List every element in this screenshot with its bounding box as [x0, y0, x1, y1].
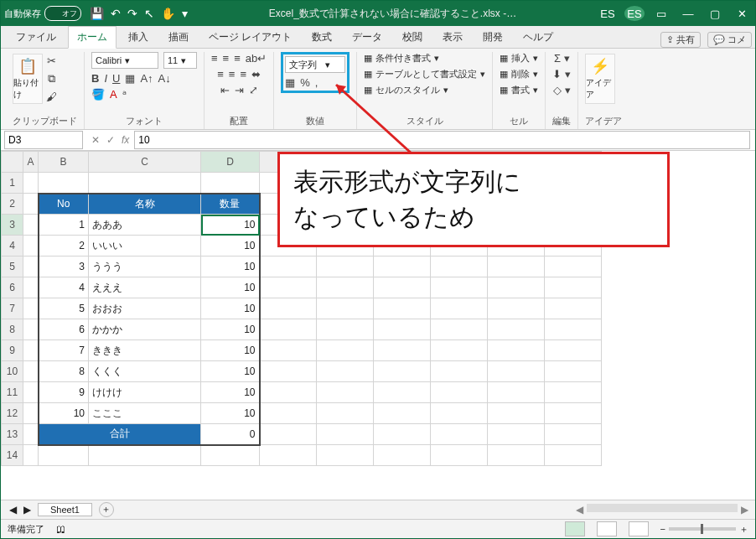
- cursor-icon[interactable]: ↖: [144, 7, 154, 20]
- align-top-icon[interactable]: ≡: [211, 52, 218, 65]
- cell-B9[interactable]: 7: [39, 340, 89, 361]
- view-pagebreak-icon[interactable]: [629, 521, 649, 536]
- cell-C10[interactable]: くくく: [89, 361, 201, 382]
- cell-D3[interactable]: 10: [201, 215, 260, 236]
- share-button[interactable]: ⇪ 共有: [660, 32, 701, 48]
- col-A[interactable]: A: [23, 152, 39, 173]
- align-middle-icon[interactable]: ≡: [223, 52, 230, 65]
- save-icon[interactable]: 💾: [90, 7, 104, 20]
- number-format-combo[interactable]: 文字列 ▾: [285, 56, 345, 73]
- font-color-button[interactable]: A: [110, 88, 117, 101]
- cell-B8[interactable]: 6: [39, 319, 89, 340]
- cell-D12[interactable]: 10: [201, 403, 260, 424]
- row-2[interactable]: 2: [2, 194, 23, 215]
- zoom-slider[interactable]: − ＋: [660, 523, 748, 536]
- bold-button[interactable]: B: [91, 72, 99, 85]
- ideas-button[interactable]: ⚡アイデア: [585, 54, 615, 104]
- row-8[interactable]: 8: [2, 319, 23, 340]
- format-cells-button[interactable]: ▦書式 ▾: [500, 84, 538, 96]
- row-3[interactable]: 3: [2, 215, 23, 236]
- formula-input[interactable]: [134, 131, 750, 149]
- tab-file[interactable]: ファイル: [8, 27, 65, 48]
- header-name[interactable]: 名称: [89, 194, 201, 215]
- view-pagelayout-icon[interactable]: [597, 521, 617, 536]
- cell-D7[interactable]: 10: [201, 298, 260, 319]
- wrap-text-icon[interactable]: ab↵: [246, 52, 267, 65]
- align-bottom-icon[interactable]: ≡: [234, 52, 241, 65]
- touch-icon[interactable]: ✋: [161, 7, 175, 20]
- col-B[interactable]: B: [39, 152, 89, 173]
- comments-button[interactable]: 💬 コメ: [707, 32, 752, 48]
- format-painter-icon[interactable]: 🖌: [46, 91, 57, 103]
- cell-D8[interactable]: 10: [201, 319, 260, 340]
- name-box[interactable]: [4, 131, 83, 149]
- cell-B7[interactable]: 5: [39, 298, 89, 319]
- col-C[interactable]: C: [89, 152, 201, 173]
- hscroll-right-icon[interactable]: ▶: [741, 504, 748, 516]
- zoom-out-icon[interactable]: −: [660, 524, 665, 534]
- delete-cells-button[interactable]: ▦削除 ▾: [500, 68, 538, 80]
- tab-developer[interactable]: 開発: [474, 27, 511, 48]
- maximize-icon[interactable]: ▢: [705, 8, 725, 20]
- tab-help[interactable]: ヘルプ: [515, 27, 562, 48]
- align-right-icon[interactable]: ≡: [240, 68, 246, 80]
- hscroll-left-icon[interactable]: ◀: [576, 504, 583, 516]
- add-sheet-button[interactable]: ＋: [99, 502, 114, 517]
- merge-icon[interactable]: ⬌: [251, 68, 261, 80]
- cut-icon[interactable]: ✂: [47, 54, 56, 67]
- col-D[interactable]: D: [201, 152, 260, 173]
- comma-icon[interactable]: ,: [315, 76, 318, 89]
- fill-color-button[interactable]: 🪣: [91, 88, 105, 101]
- total-value[interactable]: 0: [201, 424, 260, 445]
- sheet-tab-1[interactable]: Sheet1: [38, 503, 92, 516]
- tab-pagelayout[interactable]: ページ レイアウト: [200, 27, 300, 48]
- font-name-combo[interactable]: Calibri ▾: [91, 52, 158, 69]
- select-all-corner[interactable]: [2, 152, 23, 173]
- tab-data[interactable]: データ: [344, 27, 391, 48]
- qat-more-icon[interactable]: ▾: [182, 7, 188, 20]
- accessibility-icon[interactable]: 🕮: [56, 524, 65, 534]
- row-4[interactable]: 4: [2, 236, 23, 257]
- cell-C6[interactable]: えええ: [89, 277, 201, 298]
- italic-button[interactable]: I: [104, 72, 107, 85]
- cell-C8[interactable]: かかか: [89, 319, 201, 340]
- sheet-nav-prev-icon[interactable]: ◀: [9, 504, 17, 516]
- tab-home[interactable]: ホーム: [68, 26, 117, 49]
- zoom-in-icon[interactable]: ＋: [739, 523, 748, 536]
- phonetic-button[interactable]: ᵃ: [122, 88, 127, 101]
- accounting-icon[interactable]: ▦: [285, 76, 295, 89]
- cell-B5[interactable]: 3: [39, 257, 89, 277]
- decrease-font-icon[interactable]: A↓: [158, 72, 171, 85]
- row-11[interactable]: 11: [2, 382, 23, 403]
- row-6[interactable]: 6: [2, 277, 23, 298]
- user-avatar[interactable]: ES: [624, 6, 645, 21]
- clear-icon[interactable]: ◇ ▾: [553, 84, 571, 96]
- ribbon-options-icon[interactable]: ▭: [651, 8, 671, 20]
- insert-cells-button[interactable]: ▦挿入 ▾: [500, 52, 538, 65]
- tab-view[interactable]: 表示: [434, 27, 471, 48]
- increase-font-icon[interactable]: A↑: [140, 72, 153, 85]
- row-10[interactable]: 10: [2, 361, 23, 382]
- cell-B6[interactable]: 4: [39, 277, 89, 298]
- cell-C12[interactable]: こここ: [89, 403, 201, 424]
- indent-dec-icon[interactable]: ⇤: [220, 84, 230, 96]
- cell-D4[interactable]: 10: [201, 236, 260, 257]
- paste-button[interactable]: 📋貼り付け: [13, 54, 43, 104]
- close-icon[interactable]: ✕: [732, 8, 752, 20]
- cell-B3[interactable]: 1: [39, 215, 89, 236]
- cell-D10[interactable]: 10: [201, 361, 260, 382]
- cell-C4[interactable]: いいい: [89, 236, 201, 257]
- cell-D11[interactable]: 10: [201, 382, 260, 403]
- zoom-track[interactable]: [669, 527, 736, 531]
- indent-inc-icon[interactable]: ⇥: [235, 84, 244, 96]
- total-label[interactable]: 合計: [39, 424, 201, 445]
- tab-review[interactable]: 校閲: [394, 27, 431, 48]
- cell-C11[interactable]: けけけ: [89, 382, 201, 403]
- cell-B11[interactable]: 9: [39, 382, 89, 403]
- cell-C9[interactable]: ききき: [89, 340, 201, 361]
- row-5[interactable]: 5: [2, 257, 23, 277]
- tab-insert[interactable]: 挿入: [120, 27, 157, 48]
- header-qty[interactable]: 数量: [201, 194, 260, 215]
- cell-D9[interactable]: 10: [201, 340, 260, 361]
- row-13[interactable]: 13: [2, 424, 23, 445]
